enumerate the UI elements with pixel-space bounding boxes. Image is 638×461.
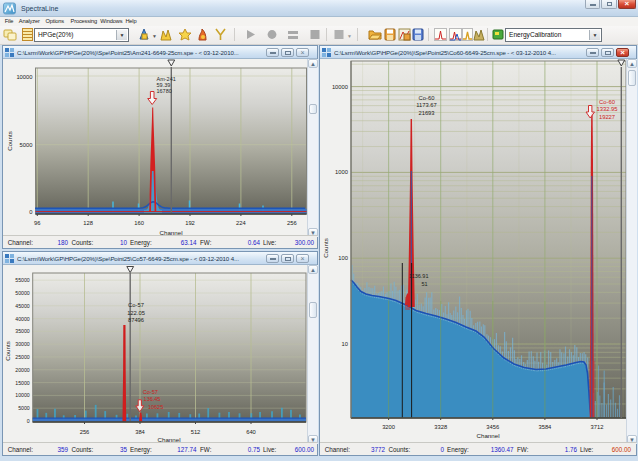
svg-text:Co-60: Co-60: [419, 95, 435, 101]
svg-text:Co-60: Co-60: [599, 99, 615, 105]
svg-text:192: 192: [185, 220, 195, 226]
svg-text:51: 51: [421, 281, 427, 287]
svg-text:160: 160: [134, 220, 144, 226]
svg-text:512: 512: [191, 429, 201, 435]
svg-text:10: 10: [342, 341, 348, 347]
svg-text:16780: 16780: [157, 88, 172, 94]
svg-text:45000: 45000: [15, 303, 30, 309]
svg-text:Counts: Counts: [322, 238, 329, 258]
svg-text:Co-57: Co-57: [128, 302, 144, 308]
svg-text:10625: 10625: [148, 404, 163, 410]
svg-text:20000: 20000: [15, 367, 30, 373]
svg-text:640: 640: [246, 429, 256, 435]
svg-text:10000: 10000: [332, 84, 348, 90]
svg-text:96: 96: [34, 220, 40, 226]
svg-text:1136.91: 1136.91: [409, 273, 428, 279]
svg-text:55000: 55000: [15, 277, 30, 283]
svg-text:3456: 3456: [486, 424, 499, 430]
svg-text:50000: 50000: [15, 290, 30, 296]
svg-text:30000: 30000: [15, 341, 30, 347]
svg-text:224: 224: [236, 220, 246, 226]
svg-text:256: 256: [80, 429, 90, 435]
svg-text:25000: 25000: [15, 354, 30, 360]
svg-text:100: 100: [338, 255, 348, 261]
svg-text:15000: 15000: [15, 380, 30, 386]
svg-text:10000: 10000: [16, 74, 32, 80]
svg-text:3328: 3328: [434, 424, 447, 430]
svg-text:0: 0: [27, 418, 30, 424]
svg-text:1173.67: 1173.67: [416, 102, 437, 108]
svg-text:Channel: Channel: [476, 432, 499, 439]
svg-text:136.45: 136.45: [144, 396, 161, 402]
svg-text:5000: 5000: [20, 142, 33, 148]
svg-text:122.05: 122.05: [127, 310, 145, 316]
svg-text:87496: 87496: [128, 317, 144, 323]
svg-text:19227: 19227: [599, 114, 615, 120]
svg-text:256: 256: [287, 220, 297, 226]
svg-text:5000: 5000: [18, 405, 30, 411]
svg-text:35000: 35000: [15, 328, 30, 334]
svg-text:10000: 10000: [15, 392, 30, 398]
svg-text:Co-57: Co-57: [143, 389, 158, 395]
svg-text:3584: 3584: [538, 424, 552, 430]
svg-text:128: 128: [83, 220, 93, 226]
svg-text:384: 384: [135, 429, 145, 435]
svg-text:21693: 21693: [418, 110, 434, 116]
svg-text:1332.95: 1332.95: [597, 106, 618, 112]
svg-text:40000: 40000: [15, 316, 30, 322]
svg-text:Counts: Counts: [4, 341, 11, 361]
svg-text:0: 0: [29, 209, 32, 215]
svg-text:3200: 3200: [382, 424, 395, 430]
svg-text:1000: 1000: [335, 169, 348, 175]
svg-text:Counts: Counts: [6, 131, 13, 151]
svg-text:3712: 3712: [591, 424, 604, 430]
